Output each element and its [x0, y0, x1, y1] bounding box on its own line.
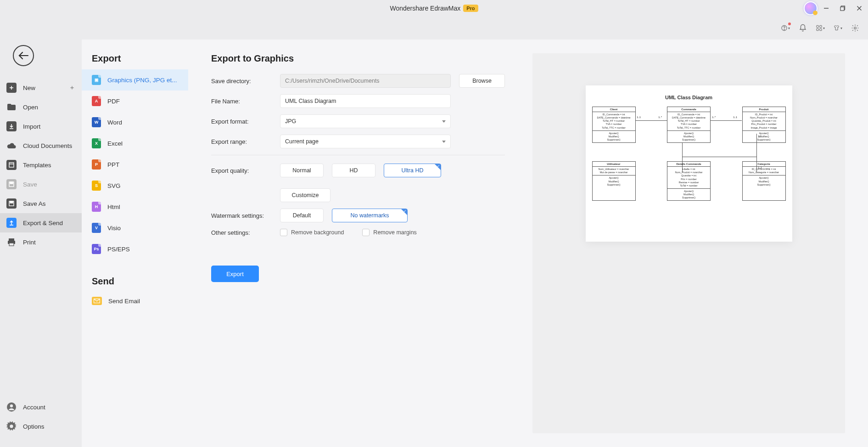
nav-label: Import: [23, 123, 40, 130]
account-icon: [6, 402, 17, 412]
nav-import[interactable]: Import: [0, 117, 82, 136]
export-html[interactable]: HHtml: [82, 196, 188, 217]
multiplicity-label: 1..*: [758, 135, 762, 138]
nav-print[interactable]: Print: [0, 232, 82, 252]
uml-class-box: Client ID_Commande = int DATE_Commande =…: [592, 107, 636, 143]
item-label: Excel: [107, 140, 123, 147]
multiplicity-label: 1..1: [637, 116, 641, 119]
ppt-file-icon: P: [92, 159, 101, 170]
save-dir-label: Save directory:: [211, 78, 280, 85]
help-icon[interactable]: ▾: [781, 23, 790, 33]
watermark-none-label: No watermarks: [350, 212, 389, 219]
file-name-input[interactable]: [280, 94, 451, 108]
uml-class-box: Categorie ID_CATEGORIE = int Nom_Categor…: [742, 161, 786, 201]
export-ppt[interactable]: PPPT: [82, 154, 188, 175]
save-as-icon: [6, 198, 17, 209]
uml-class-box: Details Commande Libelle = int Nom_Produ…: [667, 161, 711, 201]
gear-icon[interactable]: [851, 23, 860, 33]
quality-ultra-hd[interactable]: Ultra HD: [384, 164, 441, 177]
item-label: Graphics (PNG, JPG et...: [107, 77, 177, 84]
export-icon: [6, 218, 17, 228]
quality-hd[interactable]: HD: [332, 164, 375, 177]
save-dir-input[interactable]: [280, 74, 451, 88]
nav-save-as[interactable]: Save As: [0, 194, 82, 213]
html-file-icon: H: [92, 202, 101, 212]
send-heading: Send: [82, 260, 188, 291]
nav-new[interactable]: New ＋: [0, 78, 82, 97]
svg-rect-17: [9, 163, 14, 167]
watermark-none[interactable]: No watermarks: [332, 209, 408, 222]
send-email[interactable]: Send Email: [82, 291, 188, 311]
primary-sidebar: New ＋ Open Import Cloud Documents Templa…: [0, 40, 82, 447]
tshirt-icon[interactable]: ▾: [833, 23, 842, 33]
visio-file-icon: V: [92, 223, 101, 233]
svg-rect-7: [817, 25, 818, 27]
nav-options[interactable]: Options: [0, 417, 82, 436]
quality-ultra-label: Ultra HD: [402, 167, 424, 174]
item-label: Html: [107, 204, 120, 210]
nav-save: Save: [0, 175, 82, 194]
mail-icon: [92, 297, 102, 305]
export-svg[interactable]: SSVG: [82, 175, 188, 196]
preview-panel: UML Class Diagram Client ID_Commande = i…: [532, 53, 845, 433]
save-icon: [6, 179, 17, 189]
svg-file-icon: S: [92, 181, 101, 191]
item-label: Visio: [107, 225, 121, 232]
chevron-down-icon: [442, 120, 446, 123]
print-icon: [6, 237, 17, 247]
export-excel[interactable]: XExcel: [82, 133, 188, 154]
keyboard-shortcut-icon[interactable]: ▾: [816, 23, 825, 33]
remove-background-checkbox[interactable]: Remove background: [280, 229, 344, 236]
back-button[interactable]: [13, 45, 34, 66]
multiplicity-label: 1..*: [712, 116, 716, 119]
nav-label: Templates: [23, 162, 51, 169]
nav-label: Print: [23, 239, 36, 246]
pdf-file-icon: A: [92, 96, 101, 106]
item-label: PDF: [107, 98, 120, 105]
svg-rect-27: [9, 243, 14, 246]
multiplicity-label: 1..1: [734, 116, 737, 119]
plus-icon[interactable]: ＋: [69, 84, 75, 92]
nav-export-send[interactable]: Export & Send: [0, 213, 82, 232]
export-ps-eps[interactable]: PsPS/EPS: [82, 238, 188, 260]
item-label: Word: [107, 119, 122, 126]
uml-connector: [682, 157, 756, 157]
export-heading: Export: [82, 53, 188, 69]
nav-cloud-documents[interactable]: Cloud Documents: [0, 136, 82, 155]
word-file-icon: W: [92, 117, 101, 127]
user-avatar[interactable]: [804, 1, 818, 15]
close-button[interactable]: [856, 5, 862, 11]
browse-button[interactable]: Browse: [459, 74, 505, 88]
check-corner-icon: [435, 164, 441, 170]
nav-account[interactable]: Account: [0, 397, 82, 417]
checkbox-icon: [362, 229, 370, 236]
quality-normal[interactable]: Normal: [280, 164, 324, 177]
check-corner-icon: [401, 209, 407, 215]
svg-rect-9: [817, 28, 818, 30]
customize-button[interactable]: Customize: [280, 188, 330, 202]
export-button[interactable]: Export: [211, 266, 259, 282]
format-select[interactable]: JPG: [280, 114, 451, 128]
quality-label: Export quality:: [211, 167, 280, 174]
header-toolbar: ▾ ▾ ▾: [0, 17, 868, 40]
maximize-button[interactable]: [840, 5, 846, 11]
svg-rect-25: [9, 238, 14, 241]
minimize-button[interactable]: [823, 5, 829, 11]
nav-label: Options: [23, 423, 45, 430]
svg-rect-22: [10, 201, 13, 203]
remove-margins-checkbox[interactable]: Remove margins: [362, 229, 416, 236]
watermark-default[interactable]: Default: [280, 209, 324, 222]
nav-open[interactable]: Open: [0, 97, 82, 117]
nav-templates[interactable]: Templates: [0, 155, 82, 175]
export-word[interactable]: WWord: [82, 112, 188, 133]
cloud-icon: [6, 141, 17, 151]
range-select[interactable]: Current page: [280, 135, 451, 148]
other-label: Other settings:: [211, 229, 280, 236]
ps-file-icon: Ps: [92, 244, 101, 254]
bell-icon[interactable]: [798, 23, 807, 33]
export-pdf[interactable]: APDF: [82, 91, 188, 112]
export-visio[interactable]: VVisio: [82, 217, 188, 238]
export-graphics[interactable]: ▣Graphics (PNG, JPG et...: [82, 69, 188, 91]
uml-class-box: Produit ID_Produit = int Nom_Produit = n…: [742, 107, 786, 143]
nav-label: New: [23, 85, 35, 91]
